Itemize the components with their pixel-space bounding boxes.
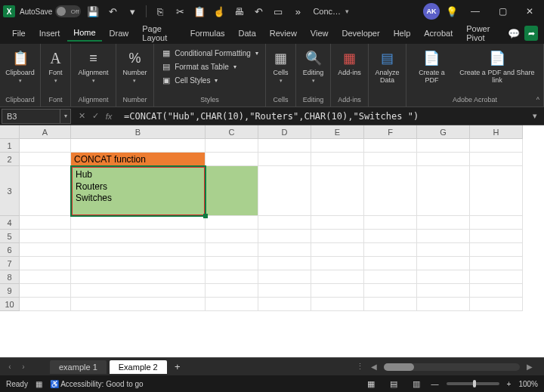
copy-icon[interactable]: ⎘ xyxy=(153,4,168,19)
menu-acrobat[interactable]: Acrobat xyxy=(418,26,459,41)
cell[interactable] xyxy=(206,243,258,257)
cell[interactable] xyxy=(20,284,71,298)
zoom-level[interactable]: 100% xyxy=(518,380,538,388)
cell[interactable] xyxy=(258,230,311,243)
cell[interactable] xyxy=(206,139,258,153)
zoom-in-button[interactable]: + xyxy=(507,380,512,388)
col-header-G[interactable]: G xyxy=(417,125,470,139)
cell[interactable] xyxy=(311,284,364,298)
cell[interactable] xyxy=(470,166,523,216)
spreadsheet-grid[interactable]: ABCDEFGH12345678910CONCAT functionHub Ro… xyxy=(0,125,544,357)
fill-handle[interactable] xyxy=(203,214,208,218)
cell[interactable] xyxy=(470,284,523,298)
cell[interactable] xyxy=(258,139,311,153)
clipboard-button[interactable]: 📋Clipboard▾ xyxy=(4,47,36,85)
menu-home[interactable]: Home xyxy=(67,25,101,42)
row-header-9[interactable]: 9 xyxy=(0,284,20,298)
create-pdf-share-button[interactable]: 📄Create a PDF and Share link xyxy=(456,47,539,86)
cell[interactable] xyxy=(417,153,470,166)
cell[interactable] xyxy=(206,216,258,230)
save-icon[interactable]: 💾 xyxy=(85,4,100,19)
comments-icon[interactable]: 💬 xyxy=(508,26,520,41)
horizontal-scrollbar[interactable] xyxy=(384,363,520,371)
cell-c3[interactable] xyxy=(206,166,258,216)
cell-b3-selected[interactable]: Hub Routers Switches xyxy=(71,166,206,216)
fx-icon[interactable]: fx xyxy=(103,110,115,122)
cell[interactable] xyxy=(417,166,470,216)
menu-help[interactable]: Help xyxy=(388,26,417,41)
cell[interactable] xyxy=(71,230,206,243)
row-header-6[interactable]: 6 xyxy=(0,243,20,257)
menu-data[interactable]: Data xyxy=(233,26,262,41)
formula-bar[interactable]: =CONCAT("Hub",CHAR(10),"Routers",CHAR(10… xyxy=(119,111,529,122)
user-avatar[interactable]: AK xyxy=(423,3,440,20)
cell[interactable] xyxy=(417,243,470,257)
name-box[interactable]: B3 xyxy=(2,109,60,124)
cell[interactable] xyxy=(206,298,258,311)
cell[interactable] xyxy=(71,139,206,153)
cell[interactable] xyxy=(311,270,364,284)
minimize-button[interactable]: ― xyxy=(464,1,487,22)
cell[interactable] xyxy=(417,139,470,153)
cell[interactable] xyxy=(311,298,364,311)
row-header-4[interactable]: 4 xyxy=(0,216,20,230)
cell[interactable] xyxy=(258,153,311,166)
cell[interactable] xyxy=(20,298,71,311)
cell[interactable] xyxy=(311,216,364,230)
row-header-2[interactable]: 2 xyxy=(0,153,20,166)
cell[interactable] xyxy=(258,166,311,216)
next-sheet-icon[interactable]: › xyxy=(18,362,29,372)
col-header-E[interactable]: E xyxy=(311,125,364,139)
cell[interactable] xyxy=(206,270,258,284)
cell[interactable] xyxy=(364,298,417,311)
menu-view[interactable]: View xyxy=(304,26,335,41)
create-pdf-button[interactable]: 📄Create a PDF xyxy=(411,47,453,86)
cell[interactable] xyxy=(311,230,364,243)
cell[interactable] xyxy=(20,243,71,257)
zoom-slider[interactable] xyxy=(447,382,499,385)
cell[interactable] xyxy=(364,270,417,284)
cell[interactable] xyxy=(258,270,311,284)
undo2-icon[interactable]: ↶ xyxy=(251,4,266,19)
cell[interactable] xyxy=(311,139,364,153)
cell[interactable] xyxy=(417,257,470,270)
autosave-toggle[interactable]: AutoSave Off xyxy=(20,5,81,17)
menu-pagelayout[interactable]: Page Layout xyxy=(136,21,182,45)
cell[interactable] xyxy=(71,284,206,298)
cell[interactable] xyxy=(20,153,71,166)
touch-icon[interactable]: ☝ xyxy=(212,4,227,19)
page-break-view-icon[interactable]: ▥ xyxy=(409,378,424,390)
select-all-corner[interactable] xyxy=(0,125,20,139)
cell[interactable] xyxy=(71,270,206,284)
cell-styles[interactable]: ▣Cell Styles▾ xyxy=(159,74,260,86)
cell[interactable] xyxy=(71,216,206,230)
cell[interactable] xyxy=(417,284,470,298)
col-header-D[interactable]: D xyxy=(258,125,311,139)
paste-icon[interactable]: 📋 xyxy=(192,4,207,19)
cell[interactable] xyxy=(364,284,417,298)
scroll-right-icon[interactable]: ▶ xyxy=(524,362,535,372)
maximize-button[interactable]: ▢ xyxy=(491,1,514,22)
menu-powerpivot[interactable]: Power Pivot xyxy=(460,21,505,45)
cell[interactable] xyxy=(311,166,364,216)
cell[interactable] xyxy=(206,153,258,166)
cell[interactable] xyxy=(206,284,258,298)
cell[interactable] xyxy=(20,216,71,230)
cell[interactable] xyxy=(258,298,311,311)
cell[interactable] xyxy=(71,243,206,257)
cell[interactable] xyxy=(71,257,206,270)
menu-insert[interactable]: Insert xyxy=(33,26,66,41)
cell[interactable] xyxy=(311,153,364,166)
col-header-H[interactable]: H xyxy=(470,125,523,139)
accessibility-status[interactable]: ♿ Accessibility: Good to go xyxy=(50,380,144,388)
menu-review[interactable]: Review xyxy=(264,26,303,41)
name-box-dropdown[interactable]: ▾ xyxy=(60,109,71,124)
lightbulb-icon[interactable]: 💡 xyxy=(444,4,459,19)
cell[interactable] xyxy=(20,257,71,270)
sheet-tab-example2[interactable]: Example 2 xyxy=(110,360,167,374)
cell[interactable] xyxy=(364,153,417,166)
cells-button[interactable]: ▦Cells▾ xyxy=(270,47,292,85)
cell[interactable] xyxy=(470,243,523,257)
cell[interactable] xyxy=(206,230,258,243)
new-icon[interactable]: ▭ xyxy=(270,4,286,19)
